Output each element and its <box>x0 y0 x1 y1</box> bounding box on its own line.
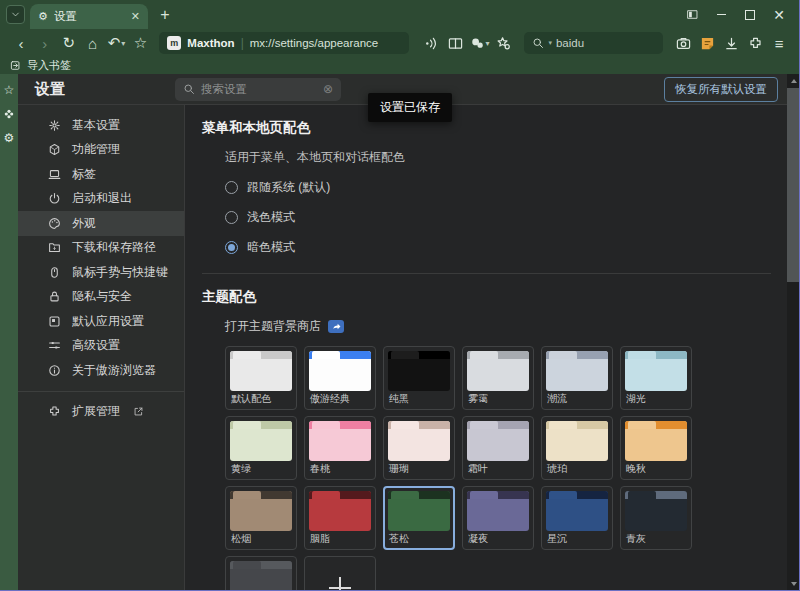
favorite-star-button[interactable]: ☆ <box>129 32 151 54</box>
sidebar-item-laptop[interactable]: 标签 <box>18 162 184 187</box>
theme-swatch <box>467 351 529 391</box>
radio-option[interactable]: 跟随系统 (默认) <box>225 179 787 196</box>
sidebar-item-lock[interactable]: 隐私与安全 <box>18 285 184 310</box>
theme-tile-label: 雾霭 <box>467 393 529 405</box>
restore-defaults-button[interactable]: 恢复所有默认设置 <box>664 77 778 102</box>
info-icon <box>48 364 61 377</box>
theme-tile[interactable]: 湖光 <box>620 346 692 410</box>
theme-swatch <box>467 421 529 461</box>
theme-tile[interactable]: 星沉 <box>541 486 613 550</box>
theme-tile[interactable]: 黄绿 <box>225 416 297 480</box>
layout-panel-icon <box>687 9 698 20</box>
favorites-star-button[interactable]: ☆ <box>3 83 16 96</box>
theme-tile-label: 默认配色 <box>230 393 292 405</box>
tab-close-icon[interactable]: ✕ <box>131 10 140 23</box>
window-controls: ✕ <box>683 6 788 24</box>
sidebar-item-extensions[interactable]: 扩展管理 <box>18 400 184 425</box>
settings-gear-button[interactable]: ⚙ <box>3 131 16 144</box>
clear-search-icon[interactable]: ⊗ <box>323 83 333 95</box>
radio-option[interactable]: 暗色模式 <box>225 239 787 256</box>
theme-tile[interactable]: 潮流 <box>541 346 613 410</box>
tab-title: 设置 <box>54 9 125 24</box>
theme-tile[interactable]: 琥珀 <box>541 416 613 480</box>
minimize-button[interactable] <box>712 6 730 24</box>
swatch-tab <box>549 491 577 499</box>
theme-tile[interactable]: 胭脂 <box>304 486 376 550</box>
theme-tile[interactable]: 霜叶 <box>462 416 534 480</box>
mouse-icon <box>48 266 61 279</box>
sidebar-item-palette[interactable]: 外观 <box>18 211 184 236</box>
sidebar-item-label: 鼠标手势与快捷键 <box>72 264 168 281</box>
search-box[interactable]: ▾ baidu <box>524 32 662 54</box>
theme-tile[interactable]: 凝夜 <box>462 486 534 550</box>
vbox-flower-button[interactable] <box>3 107 16 120</box>
theme-tile[interactable]: 松烟 <box>225 486 297 550</box>
theme-store-link[interactable]: 打开主题背景商店 <box>225 318 787 335</box>
theme-tile[interactable]: 春桃 <box>304 416 376 480</box>
boss-layout-button[interactable] <box>683 6 701 24</box>
settings-saved-toast: 设置已保存 <box>368 93 452 122</box>
theme-tile[interactable]: 傲游经典 <box>304 346 376 410</box>
theme-swatch <box>546 421 608 461</box>
import-bookmarks-icon <box>10 60 21 71</box>
settings-search-box[interactable]: ⊗ <box>175 78 341 101</box>
theme-tile[interactable]: 晚秋 <box>620 416 692 480</box>
screenshot-button[interactable] <box>673 32 695 54</box>
sidebar-item-cube[interactable]: 功能管理 <box>18 138 184 163</box>
main-menu-button[interactable]: ≡ <box>768 32 790 54</box>
sidebar-item-power[interactable]: 启动和退出 <box>18 187 184 212</box>
theme-swatch <box>230 351 292 391</box>
theme-tile[interactable]: 雾霭 <box>462 346 534 410</box>
theme-swatch <box>625 491 687 531</box>
add-theme-tile[interactable] <box>304 556 376 591</box>
maximize-button[interactable] <box>741 6 759 24</box>
radio-option[interactable]: 浅色模式 <box>225 209 787 226</box>
forward-button[interactable]: › <box>34 32 56 54</box>
theme-tile[interactable]: 默认配色 <box>225 346 297 410</box>
back-button[interactable]: ‹ <box>10 32 32 54</box>
theme-tile[interactable]: 珊瑚 <box>383 416 455 480</box>
refresh-button[interactable]: ↻ <box>58 32 80 54</box>
home-button[interactable]: ⌂ <box>82 32 104 54</box>
section-description: 适用于菜单、本地页和对话框配色 <box>225 149 787 166</box>
read-aloud-button[interactable] <box>421 32 443 54</box>
new-tab-button[interactable]: + <box>154 4 176 26</box>
sidebar-item-folder[interactable]: 下载和保存路径 <box>18 236 184 261</box>
theme-tile[interactable]: 青灰 <box>620 486 692 550</box>
sidebar-item-info[interactable]: 关于傲游浏览器 <box>18 358 184 383</box>
collect-button[interactable] <box>492 32 514 54</box>
section-title-menu-color: 菜单和本地页配色 <box>202 119 787 137</box>
theme-tile[interactable]: 纯黑 <box>383 346 455 410</box>
theme-swatch <box>625 421 687 461</box>
import-bookmarks-button[interactable]: 导入书签 <box>27 58 71 73</box>
sidebar-item-sliders[interactable]: 高级设置 <box>18 334 184 359</box>
theme-swatch <box>309 421 371 461</box>
radio-button-icon[interactable] <box>225 241 238 254</box>
undo-tab-button[interactable]: ↶▾ <box>106 32 128 54</box>
theme-tile-label: 星沉 <box>546 533 608 545</box>
split-view-button[interactable] <box>445 32 467 54</box>
tab-settings[interactable]: ⚙ 设置 ✕ <box>30 4 148 29</box>
sidebar-item-label: 标签 <box>72 166 96 183</box>
theme-swatch <box>309 491 371 531</box>
close-window-button[interactable]: ✕ <box>770 6 788 24</box>
theme-tile-label: 春桃 <box>309 463 371 475</box>
theme-swatch <box>230 491 292 531</box>
tab-list-button[interactable] <box>6 5 25 24</box>
address-bar[interactable]: m Maxthon | mx://settings/appearance <box>159 32 408 54</box>
radio-button-icon[interactable] <box>225 211 238 224</box>
settings-search-input[interactable] <box>201 83 317 95</box>
sidebar-item-label: 基本设置 <box>72 117 120 134</box>
radio-button-icon[interactable] <box>225 181 238 194</box>
downloads-button[interactable] <box>720 32 742 54</box>
sidebar-item-gear[interactable]: 基本设置 <box>18 113 184 138</box>
sidebar-item-mouse[interactable]: 鼠标手势与快捷键 <box>18 260 184 285</box>
swatch-tab <box>470 491 498 499</box>
notes-button[interactable] <box>696 32 718 54</box>
section-title-theme: 主题配色 <box>202 288 787 306</box>
extensions-button[interactable] <box>744 32 766 54</box>
share-button[interactable]: ▾ <box>469 32 491 54</box>
theme-tile[interactable]: 苍松 <box>383 486 455 550</box>
theme-tile[interactable]: 暗夜 <box>225 556 297 591</box>
sidebar-item-appwin[interactable]: 默认应用设置 <box>18 309 184 334</box>
